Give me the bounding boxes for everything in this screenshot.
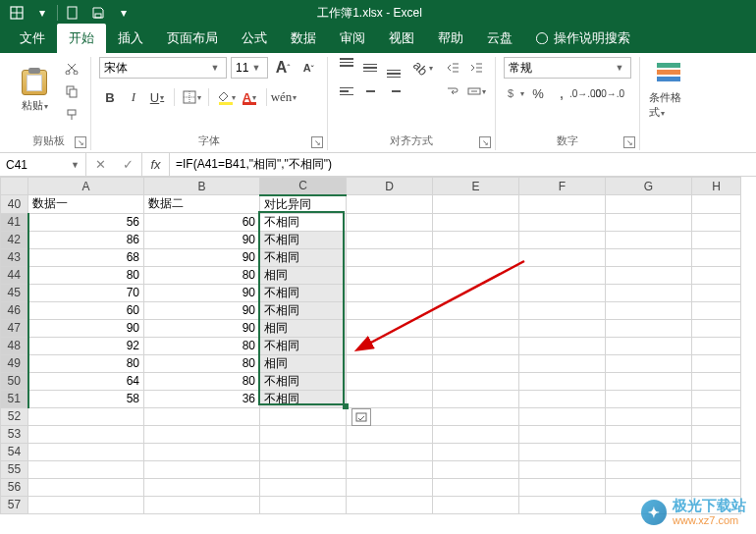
cell-D45[interactable] [347, 284, 433, 301]
tab-file[interactable]: 文件 [8, 24, 57, 53]
cell-F44[interactable] [519, 266, 606, 284]
cell-A55[interactable] [28, 460, 144, 478]
save-icon[interactable] [85, 2, 111, 24]
cell-E46[interactable] [433, 301, 519, 319]
cell-D47[interactable] [347, 319, 433, 337]
cell-F43[interactable] [519, 248, 606, 266]
cell-C53[interactable] [260, 425, 347, 443]
cell-A54[interactable] [28, 443, 144, 460]
cell-B53[interactable] [144, 425, 260, 443]
tab-review[interactable]: 审阅 [328, 24, 377, 53]
conditional-format-button[interactable]: 条件格式▾ [648, 57, 689, 124]
cell-B57[interactable] [144, 496, 260, 513]
underline-button[interactable]: U▾ [146, 86, 168, 108]
cell-C57[interactable] [260, 496, 347, 513]
cell-E43[interactable] [433, 248, 519, 266]
cell-C49[interactable]: 相同 [260, 354, 347, 372]
cell-C41[interactable]: 不相同 [260, 213, 347, 231]
cell-C43[interactable]: 不相同 [260, 248, 347, 266]
cell-G44[interactable] [606, 266, 692, 284]
increase-indent-button[interactable] [465, 57, 487, 79]
cell-B40[interactable]: 数据二 [144, 195, 260, 214]
increase-font-button[interactable]: Aˆ [272, 57, 294, 79]
font-launcher[interactable]: ↘ [311, 136, 323, 148]
cell-C48[interactable]: 不相同 [260, 337, 347, 354]
new-file-icon[interactable] [60, 2, 85, 24]
cell-D42[interactable] [347, 231, 433, 248]
row-header-42[interactable]: 42 [1, 231, 28, 248]
cell-A43[interactable]: 68 [28, 248, 144, 266]
tell-me-search[interactable]: 操作说明搜索 [524, 24, 642, 53]
cell-A40[interactable]: 数据一 [28, 195, 144, 214]
font-size-combo[interactable]: 11▼ [231, 57, 268, 79]
merge-button[interactable]: ▾ [465, 80, 487, 102]
cell-G42[interactable] [606, 231, 692, 248]
align-bottom-button[interactable] [383, 57, 405, 79]
cell-B49[interactable]: 80 [144, 354, 260, 372]
row-header-55[interactable]: 55 [1, 460, 28, 478]
cell-F45[interactable] [519, 284, 606, 301]
cell-C46[interactable]: 不相同 [260, 301, 347, 319]
cell-C55[interactable] [260, 460, 347, 478]
column-header-E[interactable]: E [433, 178, 519, 195]
cancel-formula-button[interactable]: ✕ [86, 153, 114, 176]
tab-data[interactable]: 数据 [279, 24, 328, 53]
phonetic-button[interactable]: wén▾ [273, 86, 295, 108]
decrease-decimal-button[interactable]: .00→.0 [598, 82, 620, 104]
cell-C56[interactable] [260, 478, 347, 496]
cell-A53[interactable] [28, 425, 144, 443]
paste-button[interactable]: 粘贴▾ [14, 57, 55, 124]
cell-H54[interactable] [692, 443, 741, 460]
cell-C42[interactable]: 不相同 [260, 231, 347, 248]
cell-F50[interactable] [519, 372, 606, 390]
row-header-44[interactable]: 44 [1, 266, 28, 284]
cell-C50[interactable]: 不相同 [260, 372, 347, 390]
row-header-47[interactable]: 47 [1, 319, 28, 337]
cell-D46[interactable] [347, 301, 433, 319]
cell-C47[interactable]: 相同 [260, 319, 347, 337]
cell-E49[interactable] [433, 354, 519, 372]
cell-A44[interactable]: 80 [28, 266, 144, 284]
cell-H52[interactable] [692, 407, 741, 425]
accounting-format-button[interactable]: $▾ [504, 82, 525, 104]
cell-G52[interactable] [606, 407, 692, 425]
cell-F42[interactable] [519, 231, 606, 248]
column-header-H[interactable]: H [692, 178, 741, 195]
bold-button[interactable]: B [99, 86, 121, 108]
alignment-launcher[interactable]: ↘ [479, 136, 491, 148]
cell-G46[interactable] [606, 301, 692, 319]
row-header-49[interactable]: 49 [1, 354, 28, 372]
cell-D53[interactable] [347, 425, 433, 443]
cell-D57[interactable] [347, 496, 433, 513]
cell-G50[interactable] [606, 372, 692, 390]
cell-H55[interactable] [692, 460, 741, 478]
cell-G55[interactable] [606, 460, 692, 478]
cell-G49[interactable] [606, 354, 692, 372]
column-header-D[interactable]: D [347, 178, 433, 195]
clipboard-launcher[interactable]: ↘ [75, 136, 86, 148]
cell-F55[interactable] [519, 460, 606, 478]
chevron-down-icon[interactable]: ▼ [613, 63, 626, 73]
italic-button[interactable]: I [123, 86, 144, 108]
cell-A41[interactable]: 56 [28, 213, 144, 231]
row-header-40[interactable]: 40 [1, 195, 28, 214]
cell-F41[interactable] [519, 213, 606, 231]
autofill-options-button[interactable] [351, 408, 371, 426]
cell-E56[interactable] [433, 478, 519, 496]
cell-G53[interactable] [606, 425, 692, 443]
row-header-46[interactable]: 46 [1, 301, 28, 319]
cell-D51[interactable] [347, 390, 433, 407]
row-header-45[interactable]: 45 [1, 284, 28, 301]
row-header-54[interactable]: 54 [1, 443, 28, 460]
cell-F57[interactable] [519, 496, 606, 513]
cell-H45[interactable] [692, 284, 741, 301]
cell-C51[interactable]: 不相同 [260, 390, 347, 407]
row-header-57[interactable]: 57 [1, 496, 28, 513]
cell-H41[interactable] [692, 213, 741, 231]
cell-A45[interactable]: 70 [28, 284, 144, 301]
cell-H46[interactable] [692, 301, 741, 319]
cell-G43[interactable] [606, 248, 692, 266]
cell-A48[interactable]: 92 [28, 337, 144, 354]
cell-H51[interactable] [692, 390, 741, 407]
cell-A51[interactable]: 58 [28, 390, 144, 407]
